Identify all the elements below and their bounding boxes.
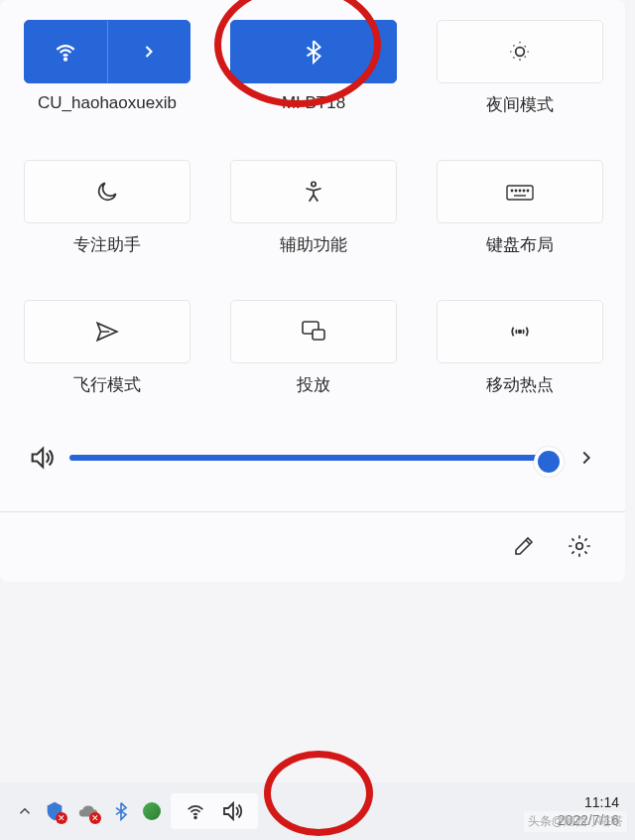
volume-expand-icon[interactable] <box>575 447 597 469</box>
volume-icon[interactable] <box>28 444 56 472</box>
cast-tile[interactable] <box>230 300 397 363</box>
bluetooth-label: MI BT18 <box>282 93 345 113</box>
svg-point-0 <box>64 59 66 61</box>
moon-icon <box>94 179 120 205</box>
bluetooth-tray-icon[interactable] <box>111 801 131 821</box>
panel-footer <box>24 522 601 570</box>
airplane-icon <box>94 319 120 345</box>
nightlight-label: 夜间模式 <box>486 93 554 116</box>
svg-point-5 <box>515 190 516 191</box>
tile-keyboard-wrap: 键盘布局 <box>437 160 603 256</box>
accessibility-icon <box>301 179 326 205</box>
tile-wifi-wrap: CU_haohaoxuexib <box>24 20 190 116</box>
quick-settings-panel: CU_haohaoxuexib MI BT18 夜间模式 专注助手 <box>0 0 625 582</box>
keyboard-tile[interactable] <box>437 160 603 223</box>
accessibility-tile[interactable] <box>230 160 397 223</box>
hotspot-label: 移动热点 <box>486 373 554 396</box>
error-badge-icon: ✕ <box>56 812 67 824</box>
pencil-icon <box>512 534 536 558</box>
svg-point-14 <box>194 817 196 819</box>
accessibility-label: 辅助功能 <box>280 233 347 256</box>
svg-point-4 <box>511 190 512 191</box>
svg-point-7 <box>523 190 524 191</box>
airplane-label: 飞行模式 <box>73 373 141 396</box>
error-badge-icon: ✕ <box>89 812 101 824</box>
tray-icons: ✕ ✕ <box>44 800 161 822</box>
volume-row <box>24 436 601 491</box>
wifi-toggle[interactable] <box>25 21 108 82</box>
tile-nightlight-wrap: 夜间模式 <box>437 20 603 116</box>
app-tray-icon[interactable] <box>143 802 161 820</box>
tile-hotspot-wrap: 移动热点 <box>437 300 603 396</box>
volume-icon <box>220 799 244 823</box>
wifi-tile[interactable] <box>24 20 190 83</box>
svg-rect-3 <box>507 186 533 200</box>
airplane-tile[interactable] <box>24 300 190 363</box>
keyboard-icon <box>505 180 535 204</box>
svg-point-1 <box>516 48 525 57</box>
spacer <box>24 128 603 148</box>
tray-overflow-button[interactable] <box>16 802 34 820</box>
tile-airplane-wrap: 飞行模式 <box>24 300 190 396</box>
svg-point-8 <box>527 190 528 191</box>
clock-time: 11:14 <box>558 793 619 811</box>
network-volume-tray[interactable] <box>171 793 258 829</box>
edit-button[interactable] <box>506 528 542 564</box>
svg-point-6 <box>519 190 520 191</box>
bluetooth-icon <box>301 39 326 65</box>
brightness-icon <box>507 39 533 65</box>
focus-tile[interactable] <box>24 160 190 223</box>
settings-button[interactable] <box>562 528 597 564</box>
tile-cast-wrap: 投放 <box>230 300 397 396</box>
watermark: 头条@陋西小嗒嗒 <box>524 811 627 832</box>
wifi-icon <box>185 800 206 822</box>
nightlight-tile[interactable] <box>437 20 603 83</box>
svg-point-2 <box>312 182 316 186</box>
keyboard-label: 键盘布局 <box>486 233 554 256</box>
svg-point-13 <box>576 543 583 550</box>
divider <box>0 511 625 512</box>
wifi-expand[interactable] <box>108 21 190 82</box>
tile-accessibility-wrap: 辅助功能 <box>230 160 397 256</box>
gear-icon <box>567 533 592 559</box>
hotspot-tile[interactable] <box>437 300 603 363</box>
onedrive-tray-icon[interactable]: ✕ <box>77 800 99 822</box>
svg-rect-11 <box>313 330 324 340</box>
focus-label: 专注助手 <box>73 233 141 256</box>
cast-label: 投放 <box>297 373 330 396</box>
volume-slider[interactable] <box>69 455 562 461</box>
spacer <box>24 268 603 288</box>
wifi-icon <box>53 39 78 65</box>
cast-icon <box>300 319 327 345</box>
svg-point-12 <box>519 331 522 334</box>
tile-bluetooth-wrap: MI BT18 <box>230 20 397 116</box>
bluetooth-tile[interactable] <box>230 20 397 83</box>
chevron-right-icon <box>139 42 159 62</box>
wifi-label: CU_haohaoxuexib <box>38 93 177 113</box>
tile-focus-wrap: 专注助手 <box>24 160 190 256</box>
hotspot-icon <box>506 319 534 345</box>
security-tray-icon[interactable]: ✕ <box>44 800 65 822</box>
tiles-grid: CU_haohaoxuexib MI BT18 夜间模式 专注助手 <box>24 20 601 396</box>
